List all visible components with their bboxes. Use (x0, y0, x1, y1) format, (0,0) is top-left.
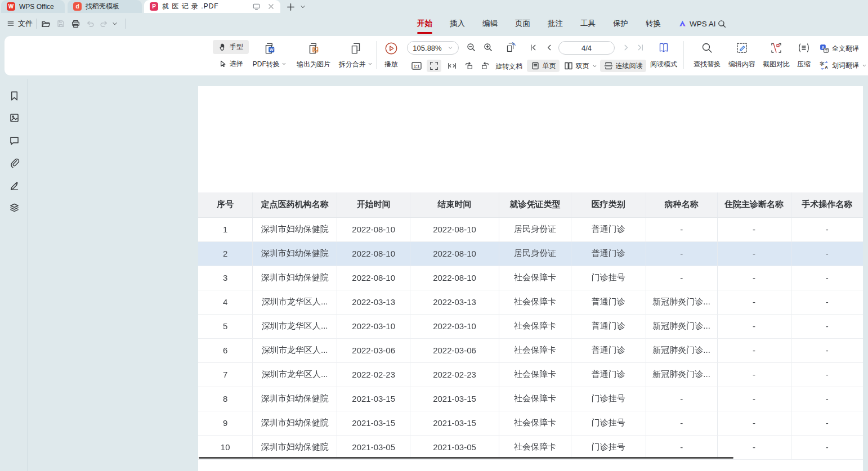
table-cell: 7 (198, 362, 253, 387)
page-indicator-input[interactable]: 4/4 (558, 41, 615, 55)
menu-tab-6[interactable]: 保护 (613, 19, 628, 29)
prev-page-button[interactable] (543, 41, 555, 53)
fit-page-button[interactable] (427, 60, 441, 72)
table-cell: 2021-03-15 (337, 411, 410, 435)
page-organize-button[interactable] (503, 41, 518, 53)
read-mode-button[interactable]: 阅读模式 (646, 40, 681, 71)
menu-tab-7[interactable]: 转换 (646, 19, 661, 29)
screenshot-compare-button[interactable]: 截图对比 (759, 40, 794, 71)
table-header-row: 序号定点医药机构名称开始时间结束时间就诊凭证类型医疗类别病种名称住院主诊断名称手… (198, 192, 863, 217)
menu-tab-wps-ai[interactable]: WPS AI (678, 20, 716, 28)
close-icon[interactable] (267, 3, 275, 10)
monitor-icon[interactable] (252, 2, 261, 11)
print-button[interactable] (71, 17, 80, 30)
continuous-read-label: 连续阅读 (616, 61, 643, 71)
split-merge-icon (348, 41, 363, 56)
table-cell: 新冠肺炎门诊... (646, 314, 717, 338)
table-cell: 深圳市妇幼保健院 (253, 241, 337, 266)
table-cell: 深圳市妇幼保健院 (253, 217, 337, 241)
svg-text:A: A (825, 65, 828, 70)
edit-content-label: 编辑内容 (728, 60, 755, 69)
new-tab-button[interactable] (285, 1, 296, 12)
compress-button[interactable]: 压缩 (791, 40, 816, 71)
undo-button[interactable] (86, 17, 95, 30)
zoom-in-button[interactable] (482, 41, 494, 53)
quickbar-more-chevron-icon[interactable] (111, 17, 118, 30)
first-page-button[interactable] (527, 41, 539, 53)
redo-button[interactable] (99, 17, 109, 30)
tab-document-pdf[interactable]: P 就 医 记 录 .PDF (144, 0, 280, 13)
menu-tab-2[interactable]: 编辑 (482, 19, 498, 29)
zoom-level-select[interactable]: 105.88% (407, 41, 459, 55)
table-cell: - (646, 387, 717, 411)
vertical-scrollbar-track[interactable] (863, 79, 868, 471)
table-cell: - (646, 411, 717, 435)
layers-icon (9, 202, 20, 213)
prev-page-icon (545, 43, 553, 52)
table-cell: 社会保障卡 (499, 387, 571, 411)
rotate-left-button[interactable] (462, 60, 476, 72)
table-cell: 深圳市妇幼保健院 (253, 387, 337, 411)
menubar-items: 开始插入编辑页面批注工具保护转换WPS AI (417, 13, 716, 34)
save-button[interactable] (56, 17, 65, 30)
chevron-down-icon (862, 63, 867, 68)
pdf-file-icon: P (150, 2, 158, 11)
tab-wps-office[interactable]: W WPS Office (1, 0, 65, 13)
table-cell: 2022-08-10 (410, 217, 499, 241)
menu-tab-3[interactable]: 页面 (515, 19, 530, 29)
tab-list-chevron-icon[interactable] (297, 1, 308, 12)
menu-tab-5[interactable]: 工具 (580, 19, 596, 29)
file-menu-button[interactable]: 文件 (7, 17, 33, 30)
pdf-convert-button[interactable]: W PDF转换 (248, 40, 292, 71)
play-label: 播放 (384, 60, 398, 69)
screenshot-compare-icon (769, 41, 783, 55)
full-translate-button[interactable]: A 全文翻译 (820, 42, 859, 55)
search-icon (717, 19, 727, 29)
table-cell: 门诊挂号 (571, 411, 646, 435)
double-page-button[interactable]: 双页 (563, 60, 598, 72)
single-page-button[interactable]: 单页 (527, 60, 560, 72)
last-page-button[interactable] (634, 41, 646, 53)
page-swap-icon (504, 41, 517, 53)
menu-search-button[interactable] (717, 17, 727, 30)
find-replace-button[interactable]: 查找替换 (689, 40, 725, 71)
thumbnails-panel-button[interactable] (7, 111, 21, 124)
edit-content-button[interactable]: 编辑内容 (724, 40, 760, 71)
table-cell: - (717, 290, 791, 314)
bookmarks-panel-button[interactable] (7, 89, 21, 102)
rotate-right-button[interactable] (478, 60, 493, 72)
column-header: 结束时间 (410, 192, 499, 217)
open-file-button[interactable] (41, 17, 51, 30)
fit-width-button[interactable] (445, 60, 459, 72)
comments-panel-button[interactable] (7, 133, 21, 147)
menu-tab-0[interactable]: 开始 (417, 19, 432, 29)
chevron-down-icon (281, 61, 287, 66)
select-tool-button[interactable]: 选择 (213, 57, 249, 71)
table-cell: 2022-08-10 (410, 241, 499, 266)
menu-tab-label: 开始 (417, 19, 432, 29)
table-row: 6深圳市龙华区人...2022-03-062022-03-06社会保障卡普通门诊… (198, 338, 863, 362)
signature-panel-button[interactable] (7, 178, 21, 192)
column-header: 医疗类别 (571, 192, 646, 217)
word-translate-button[interactable]: 字A 划词翻译 (820, 59, 867, 71)
actual-size-button[interactable]: 1:1 (410, 60, 423, 72)
undo-icon (86, 19, 95, 29)
export-image-icon (306, 41, 321, 56)
tab-docer-templates[interactable]: d 找稻壳模板 (68, 0, 142, 13)
document-viewport[interactable]: 序号定点医药机构名称开始时间结束时间就诊凭证类型医疗类别病种名称住院主诊断名称手… (28, 79, 868, 471)
table-cell: - (646, 435, 717, 459)
table-cell: - (717, 217, 791, 241)
next-page-button[interactable] (620, 41, 632, 53)
menu-tab-1[interactable]: 插入 (450, 19, 465, 29)
zoom-out-button[interactable] (465, 41, 477, 53)
hand-tool-button[interactable]: 手型 (213, 40, 249, 54)
menu-tab-4[interactable]: 批注 (548, 19, 563, 29)
play-button[interactable]: 播放 (372, 40, 411, 71)
layers-panel-button[interactable] (7, 200, 21, 214)
table-cell: 普通门诊 (571, 217, 646, 241)
continuous-read-button[interactable]: 连续阅读 (600, 60, 646, 72)
table-cell: 深圳市妇幼保健院 (253, 435, 337, 459)
export-image-button[interactable]: 输出为图片 (292, 40, 335, 71)
one-to-one-icon: 1:1 (411, 60, 422, 71)
attachments-panel-button[interactable] (7, 156, 21, 169)
